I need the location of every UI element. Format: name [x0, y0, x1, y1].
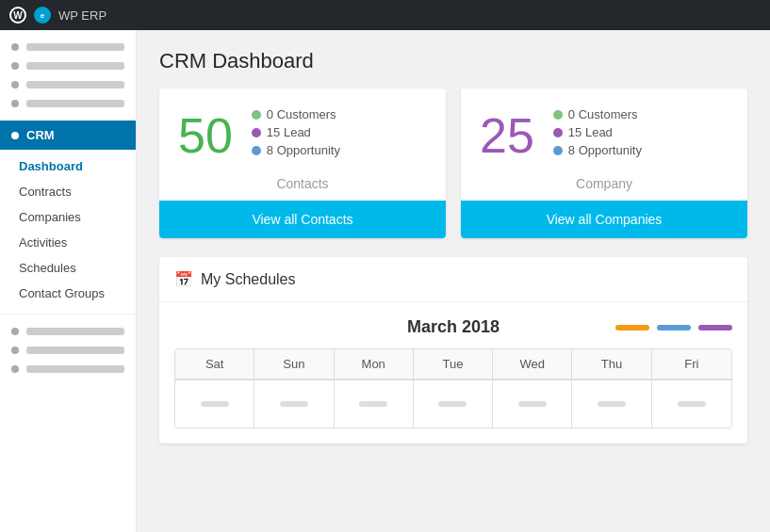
sidebar-line — [26, 100, 124, 107]
sidebar-bottom-item — [0, 360, 136, 379]
sidebar-dot-icon — [11, 347, 19, 354]
sidebar-crm-dot-icon — [11, 132, 19, 139]
schedules-section: 📅 My Schedules March 2018 Sat Su — [159, 257, 747, 443]
site-label: WP ERP — [58, 8, 106, 23]
legend-blue-icon — [657, 325, 691, 330]
sidebar-line — [26, 81, 124, 89]
contacts-card-label: Contacts — [159, 176, 446, 201]
stat-purple-dot-icon — [553, 128, 563, 137]
sidebar-crm-item[interactable]: CRM — [0, 121, 136, 150]
contacts-stat-opportunity: 8 Opportunity — [252, 143, 427, 157]
view-all-contacts-button[interactable]: View all Contacts — [159, 201, 446, 238]
stat-green-dot-icon — [553, 110, 563, 120]
company-card: 25 0 Customers 15 Lead 8 O — [461, 89, 747, 238]
sidebar-item-schedules[interactable]: Schedules — [0, 255, 136, 281]
cal-header-sun: Sun — [254, 349, 334, 379]
contacts-stat-lead-label: 15 Lead — [267, 125, 311, 139]
sidebar: CRM Dashboard Contracts Companies Activi… — [0, 30, 137, 532]
sidebar-line — [26, 62, 124, 70]
contacts-stat-opportunity-label: 8 Opportunity — [267, 143, 340, 157]
cal-cell-tue — [414, 380, 493, 427]
wp-logo-icon: W — [9, 7, 26, 24]
cal-cell-mon — [335, 380, 414, 427]
sidebar-dot-icon — [11, 43, 19, 51]
cal-dash — [280, 401, 308, 407]
cal-cell-fri — [652, 380, 731, 427]
sidebar-line — [26, 328, 124, 335]
sidebar-item-activities[interactable]: Activities — [0, 230, 136, 255]
sidebar-line — [26, 365, 124, 373]
schedules-header: 📅 My Schedules — [159, 257, 747, 302]
contacts-card: 50 0 Customers 15 Lead 8 O — [159, 89, 446, 238]
company-card-label: Company — [461, 176, 747, 201]
cal-dash — [438, 401, 467, 407]
calendar-icon: 📅 — [174, 270, 193, 288]
cal-dash — [518, 401, 547, 407]
sidebar-dot-icon — [11, 365, 19, 373]
company-card-body: 25 0 Customers 15 Lead 8 O — [461, 89, 747, 176]
cal-header-sat: Sat — [175, 349, 254, 379]
stat-blue-dot-icon — [252, 146, 261, 155]
stat-blue-dot-icon — [553, 146, 563, 155]
calendar-data-row — [175, 379, 731, 427]
cards-row: 50 0 Customers 15 Lead 8 O — [159, 89, 747, 238]
page-title: CRM Dashboard — [159, 49, 747, 73]
cal-cell-thu — [572, 380, 651, 427]
cal-header-thu: Thu — [572, 349, 651, 379]
stat-green-dot-icon — [252, 110, 261, 120]
company-stat-customers-label: 0 Customers — [568, 107, 638, 121]
sidebar-item-companies[interactable]: Companies — [0, 204, 136, 230]
sidebar-bottom-item — [0, 341, 136, 360]
cal-dash — [359, 401, 387, 407]
sidebar-dot-icon — [11, 328, 19, 335]
company-stat-lead-label: 15 Lead — [568, 125, 613, 139]
sidebar-nav: Dashboard Contracts Companies Activities… — [0, 150, 136, 310]
contacts-stat-lead: 15 Lead — [252, 125, 427, 139]
sidebar-dot-icon — [11, 100, 19, 107]
sidebar-crm-label: CRM — [26, 128, 55, 142]
stat-purple-dot-icon — [252, 128, 261, 137]
sidebar-generic-menu — [0, 30, 136, 121]
cal-dash — [678, 401, 706, 407]
calendar-header-row: Sat Sun Mon Tue Wed Thu Fri — [175, 349, 731, 379]
sidebar-line — [26, 347, 124, 354]
company-stat-opportunity-label: 8 Opportunity — [568, 143, 642, 157]
sidebar-generic-item — [0, 38, 136, 56]
company-stats: 0 Customers 15 Lead 8 Opportunity — [553, 107, 729, 161]
cal-cell-wed — [493, 380, 572, 427]
cal-cell-sat — [175, 380, 254, 427]
cal-header-wed: Wed — [493, 349, 572, 379]
sidebar-dot-icon — [11, 62, 19, 70]
legend-purple-icon — [698, 325, 732, 330]
calendar-body: March 2018 Sat Sun Mon Tue Wed Thu — [159, 302, 747, 443]
erp-logo-icon: e — [34, 7, 51, 24]
contacts-stat-customers: 0 Customers — [252, 107, 427, 121]
contacts-stat-customers-label: 0 Customers — [267, 107, 336, 121]
calendar-month-year: March 2018 — [407, 317, 500, 337]
contacts-number: 50 — [178, 111, 233, 160]
company-stat-customers: 0 Customers — [553, 107, 729, 121]
sidebar-bottom-items — [0, 314, 136, 386]
company-stat-lead: 15 Lead — [553, 125, 729, 139]
top-bar: W e WP ERP — [0, 0, 770, 30]
sidebar-item-contact-groups[interactable]: Contact Groups — [0, 281, 136, 306]
contacts-stats: 0 Customers 15 Lead 8 Opportunity — [252, 107, 427, 161]
sidebar-line — [26, 43, 124, 51]
company-stat-opportunity: 8 Opportunity — [553, 143, 729, 157]
contacts-card-body: 50 0 Customers 15 Lead 8 O — [159, 89, 446, 176]
layout: CRM Dashboard Contracts Companies Activi… — [0, 30, 770, 532]
calendar-nav-row: March 2018 — [174, 317, 732, 337]
cal-cell-sun — [254, 380, 334, 427]
cal-header-mon: Mon — [335, 349, 414, 379]
main-content: CRM Dashboard 50 0 Customers — [137, 30, 770, 532]
cal-header-fri: Fri — [652, 349, 731, 379]
sidebar-generic-item — [0, 75, 136, 94]
sidebar-item-dashboard[interactable]: Dashboard — [0, 153, 136, 179]
sidebar-item-contracts[interactable]: Contracts — [0, 179, 136, 204]
schedules-title: My Schedules — [201, 271, 296, 288]
sidebar-bottom-item — [0, 322, 136, 341]
view-all-companies-button[interactable]: View all Companies — [461, 201, 747, 238]
cal-header-tue: Tue — [414, 349, 493, 379]
cal-dash — [598, 401, 626, 407]
calendar-grid: Sat Sun Mon Tue Wed Thu Fri — [174, 348, 732, 428]
